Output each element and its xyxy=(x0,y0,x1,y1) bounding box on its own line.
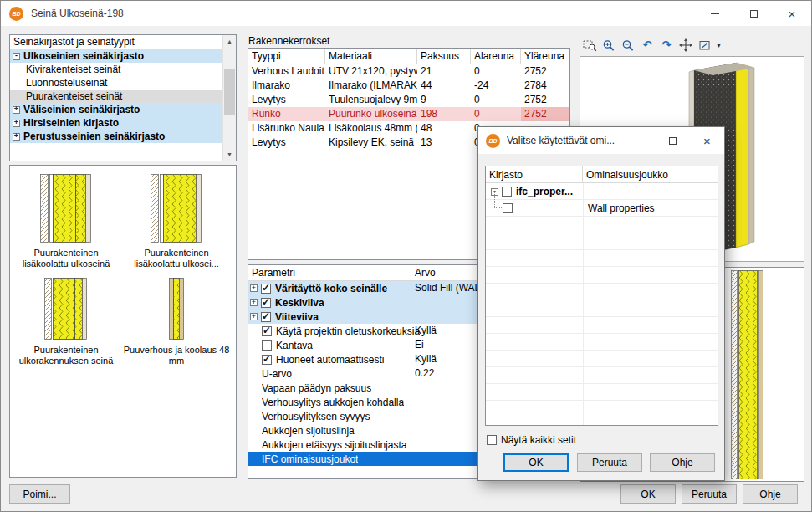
tree-header: Seinäkirjastot ja seinätyypit xyxy=(10,35,222,49)
pan-icon[interactable] xyxy=(677,38,694,53)
layers-section-title: Rakennekerrokset xyxy=(248,35,329,47)
tree-item-valiseinien-seinakirjasto[interactable]: Väliseinien seinäkirjasto xyxy=(10,103,222,116)
property-sets-body: ifc_proper... Wall properties xyxy=(486,183,718,425)
zoom-in-icon[interactable] xyxy=(600,38,617,53)
wall-thumbnail-2[interactable]: Puurakenteinen lisäkoolattu ulkosei... xyxy=(122,174,231,269)
tree-scrollbar[interactable]: ▲ ▼ xyxy=(222,35,236,161)
expand-icon[interactable] xyxy=(13,106,20,114)
collapse-icon[interactable] xyxy=(13,53,20,60)
wall-preview-image xyxy=(151,174,202,243)
expand-icon[interactable] xyxy=(13,133,20,141)
expand-icon[interactable] xyxy=(13,120,20,127)
param-checkbox[interactable] xyxy=(262,340,272,351)
tree-item-kivirakenteiset-seinat[interactable]: Kivirakenteiset seinät xyxy=(10,63,222,76)
wall-thumbnail-label: Puurakenteinen lisäkoolattu ulkoseinä xyxy=(12,248,120,269)
layer-row[interactable]: Ilmarako Ilmarako (ILMARAKO) 44 -24 2784 xyxy=(248,79,569,93)
minimize-icon xyxy=(711,13,719,14)
wall-properties-dialog: BD Seinä Ulkoseinä-198 × Seinäkirjastot … xyxy=(0,0,812,512)
close-icon: × xyxy=(703,135,711,147)
wall-thumbnail-3[interactable]: Puurakenteinen ulkorakennuksen seinä xyxy=(12,278,120,366)
modal-titlebar: BD Valitse käytettävät omi... × xyxy=(478,127,724,154)
toolbar-dropdown-icon[interactable]: ▼ xyxy=(716,43,724,49)
close-icon: × xyxy=(789,8,796,20)
library-checkbox[interactable] xyxy=(502,187,512,197)
wall-thumbnail-label: Puurakenteinen ulkorakennuksen seinä xyxy=(12,345,120,366)
expand-icon[interactable] xyxy=(250,313,258,320)
app-logo-icon: BD xyxy=(486,134,500,148)
scroll-down-icon[interactable]: ▼ xyxy=(223,148,236,161)
ok-button[interactable]: OK xyxy=(620,484,676,504)
maximize-button[interactable] xyxy=(734,1,773,26)
layers-table-header: Tyyppi Materiaali Paksuus Alareuna Yläre… xyxy=(248,49,569,64)
modal-help-button[interactable]: Ohje xyxy=(650,453,715,472)
property-sets-table: Kirjasto Ominaisuusjoukko ifc_proper... … xyxy=(485,166,718,426)
zoom-window-icon[interactable] xyxy=(581,38,598,53)
close-button[interactable]: × xyxy=(773,1,811,26)
tree-item-luonnosteluseinat[interactable]: Luonnosteluseinät xyxy=(10,76,222,90)
modal-maximize-button[interactable] xyxy=(656,127,690,154)
wall-thumbnail-label: Puuverhous ja koolaus 48 mm xyxy=(122,345,231,366)
minimize-button[interactable] xyxy=(696,1,734,26)
expand-icon[interactable] xyxy=(250,284,258,292)
zoom-out-icon[interactable] xyxy=(620,38,636,53)
modal-close-button[interactable]: × xyxy=(690,127,724,154)
show-all-sets-option[interactable]: Näytä kaikki setit xyxy=(487,434,576,446)
property-library-row[interactable]: ifc_proper... xyxy=(486,183,718,200)
param-checkbox[interactable] xyxy=(261,284,271,294)
wall-preview-image xyxy=(169,278,184,340)
property-set-row[interactable]: Wall properties xyxy=(486,200,718,217)
maximize-icon xyxy=(750,10,758,18)
rotate-cw-icon[interactable]: ↷ xyxy=(658,38,675,53)
wall-type-gallery: Puurakenteinen lisäkoolattu ulkoseinä Pu… xyxy=(9,165,237,478)
scrollbar-thumb[interactable] xyxy=(224,69,235,115)
scroll-up-icon[interactable]: ▲ xyxy=(223,35,236,48)
column-divider xyxy=(583,183,584,425)
wall-thumbnail-4[interactable]: Puuverhous ja koolaus 48 mm xyxy=(122,278,231,366)
tree-item-ulkoseinien-seinakirjasto[interactable]: Ulkoseinien seinäkirjasto xyxy=(10,49,222,63)
param-checkbox[interactable] xyxy=(262,326,272,336)
cancel-button[interactable]: Peruuta xyxy=(682,484,737,504)
layer-row[interactable]: Verhous Laudoit... UTV 21x120, pystyv...… xyxy=(248,64,569,79)
wall-thumbnail-1[interactable]: Puurakenteinen lisäkoolattu ulkoseinä xyxy=(12,174,120,269)
property-sets-header: Kirjasto Ominaisuusjoukko xyxy=(486,166,718,183)
rotate-ccw-icon[interactable]: ↶ xyxy=(639,38,656,53)
app-logo-icon: BD xyxy=(9,7,23,21)
layer-row-selected[interactable]: Runko Puurunko ulkoseinä ... 198 0 2752 xyxy=(248,107,569,121)
select-property-sets-dialog: BD Valitse käytettävät omi... × Kirjasto… xyxy=(477,126,725,481)
wall-preview-image xyxy=(44,278,88,340)
window-title: Seinä Ulkoseinä-198 xyxy=(31,8,124,19)
param-checkbox[interactable] xyxy=(262,355,272,365)
help-button[interactable]: Ohje xyxy=(743,484,798,504)
param-checkbox[interactable] xyxy=(261,298,271,308)
modal-title: Valitse käytettävät omi... xyxy=(507,135,615,146)
wall-preview-image xyxy=(40,174,92,243)
maximize-icon xyxy=(669,137,677,145)
param-checkbox[interactable] xyxy=(261,312,271,322)
layer-row[interactable]: Levytys Tuulensuojalevy 9m... 9 0 2752 xyxy=(248,93,569,107)
show-all-checkbox[interactable] xyxy=(487,435,497,445)
fit-view-icon[interactable] xyxy=(697,38,713,53)
wall-library-tree: Seinäkirjastot ja seinätyypit Ulkoseinie… xyxy=(9,34,237,161)
property-set-checkbox[interactable] xyxy=(503,203,513,213)
expand-icon[interactable] xyxy=(250,299,258,306)
window-titlebar: BD Seinä Ulkoseinä-198 × xyxy=(1,1,811,26)
modal-ok-button[interactable]: OK xyxy=(503,453,569,472)
tree-item-puurakenteiset-seinat[interactable]: Puurakenteiset seinät xyxy=(10,90,222,103)
poimi-button[interactable]: Poimi... xyxy=(9,484,70,504)
tree-item-perustusseinien-seinakirjasto[interactable]: Perustusseinien seinäkirjasto xyxy=(10,130,222,143)
tree-item-hirsiseinien-kirjasto[interactable]: Hirsiseinien kirjasto xyxy=(10,116,222,130)
modal-cancel-button[interactable]: Peruuta xyxy=(577,453,642,472)
wall-section-render xyxy=(731,270,768,479)
viewer-toolbar: ↶ ↷ ▼ xyxy=(581,37,724,54)
wall-thumbnail-label: Puurakenteinen lisäkoolattu ulkosei... xyxy=(122,248,231,269)
